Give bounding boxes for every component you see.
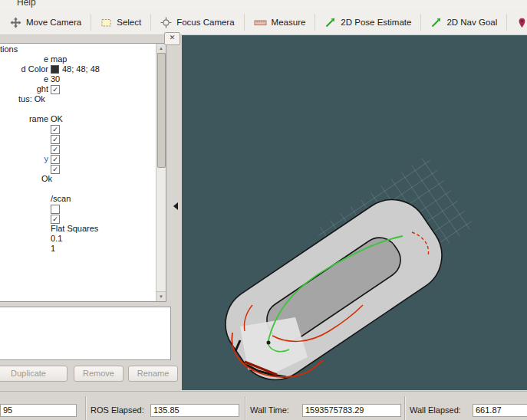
checkbox-checked[interactable]: ✓ xyxy=(51,155,60,164)
property-label-fragment: tions xyxy=(0,44,48,54)
rename-button[interactable]: Rename xyxy=(128,366,178,382)
property-label-fragment xyxy=(0,144,48,154)
tool-label: Focus Camera xyxy=(176,18,234,27)
tool-2d-pose-estimate[interactable]: 2D Pose Estimate xyxy=(318,14,418,31)
property-row xyxy=(0,184,156,194)
property-row[interactable]: y✓ xyxy=(0,154,156,164)
scroll-down-icon[interactable]: ▼ xyxy=(156,291,166,301)
remove-button[interactable]: Remove xyxy=(74,366,124,382)
property-row[interactable]: e30 xyxy=(0,74,156,84)
property-label-fragment: y xyxy=(0,154,48,164)
toolbar-separator xyxy=(506,14,507,31)
property-row[interactable] xyxy=(0,204,156,214)
measure-icon xyxy=(254,17,267,28)
property-value[interactable]: 48; 48; 48 xyxy=(48,64,100,74)
property-row[interactable]: /scan xyxy=(0,194,156,204)
statusbar-separator xyxy=(85,396,86,420)
property-label-fragment xyxy=(0,244,48,254)
time-field-value: 661.87 xyxy=(473,404,527,417)
scrollbar-thumb[interactable] xyxy=(157,53,166,168)
checkbox-checked[interactable]: ✓ xyxy=(51,145,60,154)
nav-goal-icon xyxy=(430,17,442,28)
property-value[interactable]: ✓ xyxy=(48,144,60,154)
property-row[interactable]: 1 xyxy=(0,244,156,254)
property-label-fragment: e xyxy=(0,54,48,64)
property-row[interactable]: emap xyxy=(0,54,156,64)
property-row[interactable]: 0.1 xyxy=(0,234,156,244)
help-menu[interactable]: Help xyxy=(17,0,36,8)
property-row[interactable]: ✓ xyxy=(0,134,156,144)
select-icon xyxy=(100,17,112,28)
property-value[interactable]: ✓ xyxy=(48,84,60,94)
focus-camera-icon xyxy=(160,17,172,28)
property-label-fragment: Ok xyxy=(0,174,90,184)
property-row[interactable]: d Color48; 48; 48 xyxy=(0,64,156,74)
checkbox-checked[interactable]: ✓ xyxy=(51,165,60,174)
property-label-fragment xyxy=(0,234,48,244)
property-value[interactable]: Flat Squares xyxy=(48,224,98,234)
property-row[interactable]: ✓ xyxy=(0,124,156,134)
displays-property-tree: tionsemapd Color48; 48; 48e30ght✓tus: Ok… xyxy=(0,43,166,302)
property-value[interactable]: ✓ xyxy=(48,154,60,164)
toolbar-separator xyxy=(244,14,245,31)
tool-measure[interactable]: Measure xyxy=(247,14,313,31)
property-value[interactable]: 30 xyxy=(48,74,60,84)
property-label-fragment xyxy=(0,194,48,204)
property-label-fragment: ght xyxy=(0,84,48,94)
property-value[interactable]: 1 xyxy=(48,244,55,254)
property-value[interactable]: 0.1 xyxy=(48,234,62,244)
property-row[interactable]: ✓ xyxy=(0,144,156,154)
checkbox-checked[interactable]: ✓ xyxy=(51,125,60,134)
property-row[interactable]: tions xyxy=(0,44,156,54)
time-statusbar: 95ROS Elapsed:135.85Wall Time:1593575783… xyxy=(0,392,527,420)
property-label-fragment xyxy=(0,104,48,114)
property-row[interactable]: rameOK xyxy=(0,114,156,124)
property-row[interactable]: Flat Squares xyxy=(0,224,156,234)
checkbox-checked[interactable]: ✓ xyxy=(51,215,60,224)
property-row[interactable]: tus: Ok xyxy=(0,94,156,104)
tool-2d-nav-goal[interactable]: 2D Nav Goal xyxy=(423,14,504,31)
displays-panel-close-button[interactable]: ✕ xyxy=(164,32,180,45)
toolbar-separator xyxy=(150,14,151,31)
property-value[interactable]: ✓ xyxy=(48,164,60,174)
property-value[interactable] xyxy=(48,204,60,214)
tool-select[interactable]: Select xyxy=(94,14,148,31)
map-view[interactable] xyxy=(182,35,527,390)
property-description-box xyxy=(0,307,171,360)
property-row[interactable]: ✓ xyxy=(0,164,156,174)
property-row[interactable]: ght✓ xyxy=(0,84,156,94)
property-label-fragment xyxy=(0,214,48,224)
property-row[interactable]: ✓ xyxy=(0,214,156,224)
tool-move-camera[interactable]: Move Camera xyxy=(3,14,88,31)
tool-focus-camera[interactable]: Focus Camera xyxy=(153,14,241,31)
property-value[interactable]: ✓ xyxy=(48,214,60,224)
property-value[interactable]: ✓ xyxy=(48,124,60,134)
checkbox-unchecked[interactable] xyxy=(51,205,60,214)
duplicate-button[interactable]: Duplicate xyxy=(0,366,68,382)
robot-marker xyxy=(267,341,271,345)
property-row xyxy=(0,104,156,114)
checkbox-checked[interactable]: ✓ xyxy=(51,135,60,144)
property-value[interactable]: ✓ xyxy=(48,134,60,144)
checkbox-checked[interactable]: ✓ xyxy=(51,85,60,94)
move-camera-icon xyxy=(10,17,21,28)
tool-label: Measure xyxy=(272,18,306,27)
tool-label: 2D Pose Estimate xyxy=(341,18,411,27)
color-swatch xyxy=(51,65,59,74)
property-value[interactable]: /scan xyxy=(48,194,71,204)
pose-estimate-icon xyxy=(324,17,336,28)
property-row[interactable]: Ok xyxy=(0,174,156,184)
render-viewport[interactable] xyxy=(182,35,527,390)
panel-collapse-arrow-icon[interactable] xyxy=(173,202,178,210)
vertical-scrollbar[interactable]: ▲ ▼ xyxy=(156,44,166,301)
property-value[interactable]: map xyxy=(48,54,67,64)
property-label-fragment: d Color xyxy=(0,64,48,74)
property-value[interactable]: OK xyxy=(48,114,63,124)
property-rows: tionsemapd Color48; 48; 48e30ght✓tus: Ok… xyxy=(0,44,156,254)
property-label-fragment: rame xyxy=(0,114,48,124)
property-label-fragment xyxy=(0,204,48,214)
property-label-fragment xyxy=(0,134,48,144)
tool-publish-point[interactable]: Publish Point xyxy=(509,14,527,31)
statusbar-separator xyxy=(245,396,245,420)
toolbar-separator xyxy=(420,14,421,31)
